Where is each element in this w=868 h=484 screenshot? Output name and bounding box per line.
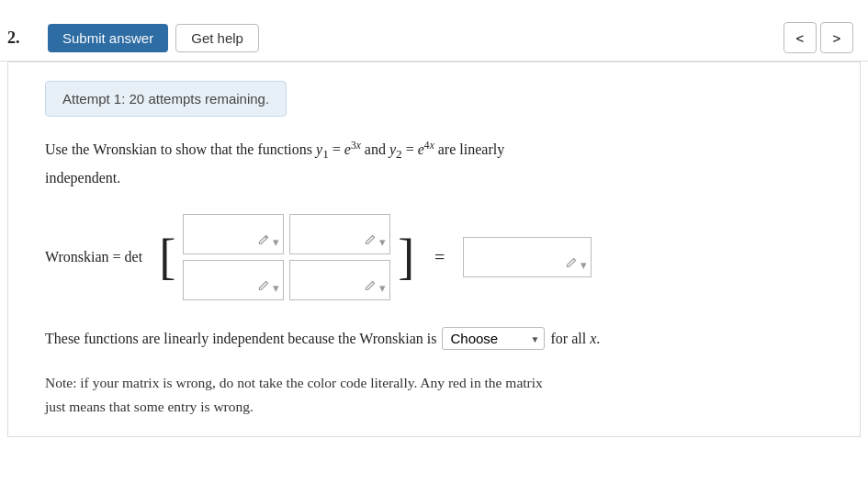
problem-statement: Use the Wronskian to show that the funct… bbox=[45, 137, 823, 190]
edit-icon-br[interactable]: ▾ bbox=[364, 279, 386, 296]
independent-text-1: These functions are linearly independent… bbox=[45, 326, 436, 353]
wronskian-label: Wronskian = det bbox=[45, 249, 142, 265]
note-line-1: Note: if your matrix is wrong, do not ta… bbox=[45, 375, 543, 390]
attempt-text: Attempt 1: 20 attempts remaining. bbox=[62, 91, 269, 107]
result-cell[interactable]: ▾ bbox=[463, 237, 592, 277]
matrix-cell-bottom-right[interactable]: ▾ bbox=[289, 260, 390, 300]
edit-icon-bl[interactable]: ▾ bbox=[257, 279, 279, 296]
note-text: Note: if your matrix is wrong, do not ta… bbox=[45, 371, 823, 418]
problem-text-2: independent. bbox=[45, 170, 120, 186]
attempt-box: Attempt 1: 20 attempts remaining. bbox=[45, 81, 287, 117]
independent-row: These functions are linearly independent… bbox=[45, 326, 823, 353]
edit-icon-tl[interactable]: ▾ bbox=[257, 233, 279, 250]
choose-select[interactable]: Choose never zero always zero nonzero bbox=[442, 327, 545, 350]
edit-icon-tr[interactable]: ▾ bbox=[364, 233, 386, 250]
matrix-grid: ▾ ▾ bbox=[177, 208, 396, 306]
edit-icon-result[interactable]: ▾ bbox=[565, 256, 587, 273]
problem-text-1: Use the Wronskian to show that the funct… bbox=[45, 141, 504, 157]
matrix-cell-bottom-left[interactable]: ▾ bbox=[183, 260, 284, 300]
wronskian-row: Wronskian = det [ ▾ bbox=[45, 208, 823, 306]
get-help-button[interactable]: Get help bbox=[175, 24, 259, 52]
matrix-cell-top-left[interactable]: ▾ bbox=[183, 214, 284, 254]
content-area: Attempt 1: 20 attempts remaining. Use th… bbox=[7, 62, 861, 437]
matrix-bracket-wrap: [ ▾ bbox=[157, 208, 416, 306]
bracket-left: [ bbox=[157, 208, 177, 306]
equals-sign: = bbox=[434, 247, 445, 268]
independent-text-2: for all x. bbox=[550, 326, 600, 353]
bracket-right: ] bbox=[396, 208, 416, 306]
header-row: 2. Submit answer Get help < > bbox=[0, 15, 868, 62]
prev-button[interactable]: < bbox=[783, 22, 817, 53]
choose-select-wrapper[interactable]: Choose never zero always zero nonzero bbox=[442, 326, 545, 353]
submit-answer-button[interactable]: Submit answer bbox=[48, 24, 168, 52]
matrix-cell-top-right[interactable]: ▾ bbox=[289, 214, 390, 254]
nav-buttons: < > bbox=[783, 22, 853, 53]
next-button[interactable]: > bbox=[820, 22, 853, 53]
note-line-2: just means that some entry is wrong. bbox=[45, 399, 254, 414]
question-number: 2. bbox=[7, 28, 33, 48]
